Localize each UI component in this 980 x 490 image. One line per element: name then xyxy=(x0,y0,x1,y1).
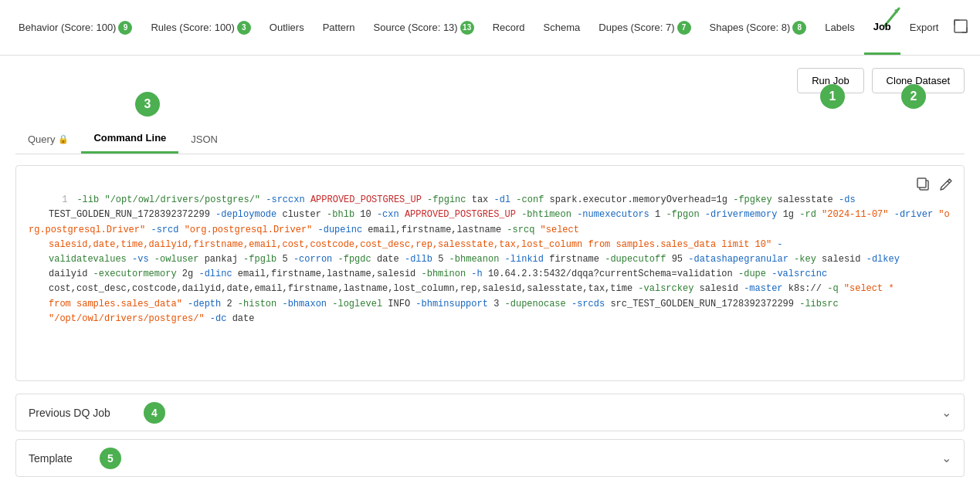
badge-dupes: 7 xyxy=(677,21,691,35)
svg-rect-3 xyxy=(917,178,926,188)
badge-rules: 3 xyxy=(237,21,251,35)
nav-shapes[interactable]: Shapes (Score: 8) 8 xyxy=(700,0,816,55)
nav-outliers[interactable]: Outliers xyxy=(260,0,314,55)
tabs-row: 3 Query 🔒 Command Line JSON xyxy=(15,124,965,154)
tab-query[interactable]: Query 🔒 xyxy=(15,126,81,153)
badge-behavior: 9 xyxy=(118,21,132,35)
nav-export[interactable]: Export xyxy=(900,0,948,55)
nav-pattern[interactable]: Pattern xyxy=(314,0,365,55)
nav-behavior[interactable]: Behavior (Score: 100) 9 xyxy=(9,0,141,55)
template-section: Template 5 ⌄ xyxy=(15,439,965,477)
expand-icon[interactable] xyxy=(948,19,974,35)
badge-shapes: 8 xyxy=(792,21,806,35)
chevron-down-icon-2: ⌄ xyxy=(941,451,951,465)
callout-5: 5 xyxy=(100,448,121,469)
action-row: 1 2 Run Job Clone Dataset xyxy=(15,68,965,93)
previous-dq-job-header[interactable]: Previous DQ Job 4 ⌄ xyxy=(16,394,964,431)
lock-icon: 🔒 xyxy=(58,134,69,144)
code-body: 1-lib "/opt/owl/drivers/postgres/" -srcc… xyxy=(29,178,951,341)
edit-icon[interactable] xyxy=(938,175,955,195)
top-navigation: Behavior (Score: 100) 9 Rules (Score: 10… xyxy=(0,0,980,56)
line-number: 1 xyxy=(62,194,67,205)
template-header[interactable]: Template 5 ⌄ xyxy=(16,440,964,476)
svg-rect-1 xyxy=(955,20,967,32)
nav-job[interactable]: Job xyxy=(864,0,900,55)
callout-2: 2 xyxy=(901,84,926,109)
nav-labels[interactable]: Labels xyxy=(816,0,863,55)
chevron-down-icon: ⌄ xyxy=(941,405,951,420)
callout-3: 3 xyxy=(135,92,160,117)
copy-icon[interactable] xyxy=(914,175,931,195)
badge-source: 13 xyxy=(460,21,474,35)
tab-json[interactable]: JSON xyxy=(178,126,230,153)
nav-dupes[interactable]: Dupes (Score: 7) 7 xyxy=(589,0,700,55)
callout-1: 1 xyxy=(820,84,845,109)
code-container: 1-lib "/opt/owl/drivers/postgres/" -srcc… xyxy=(15,165,965,381)
nav-source[interactable]: Source (Score: 13) 13 xyxy=(365,0,483,55)
tab-command-line[interactable]: Command Line xyxy=(81,124,178,154)
main-content: 1 2 Run Job Clone Dataset 3 Query 🔒 Comm… xyxy=(0,56,980,490)
nav-rules[interactable]: Rules (Score: 100) 3 xyxy=(141,0,259,55)
nav-schema[interactable]: Schema xyxy=(534,0,590,55)
code-toolbar xyxy=(914,175,955,195)
nav-right: Labels Job Export xyxy=(816,0,974,55)
previous-dq-job-section: Previous DQ Job 4 ⌄ xyxy=(15,394,965,431)
nav-record[interactable]: Record xyxy=(483,0,534,55)
callout-4: 4 xyxy=(144,402,165,424)
